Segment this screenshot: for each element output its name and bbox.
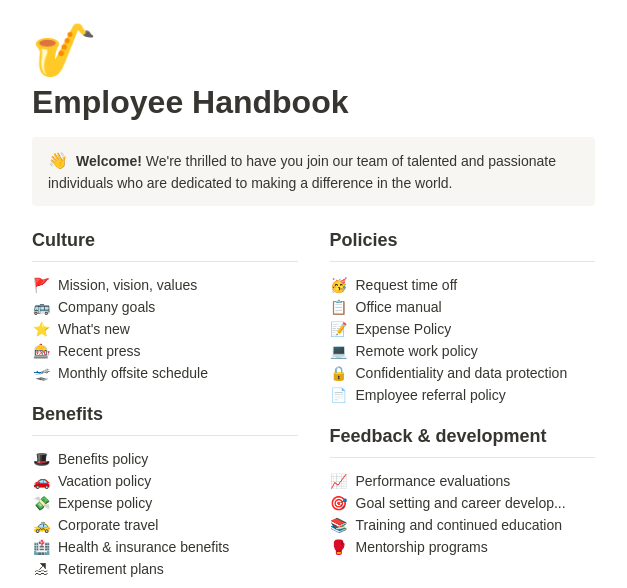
item-label: Mission, vision, values [58,277,197,293]
item-label: Remote work policy [356,343,478,359]
item-emoji: ⭐ [32,321,50,337]
item-emoji: 🥳 [330,277,348,293]
list-item[interactable]: 🏥Health & insurance benefits [32,536,298,558]
welcome-bold: Welcome! [76,153,142,169]
list-item[interactable]: 💻Remote work policy [330,340,596,362]
left-column: Culture🚩Mission, vision, values🚌Company … [32,230,322,588]
item-emoji: 🥊 [330,539,348,555]
list-item[interactable]: ⭐What's new [32,318,298,340]
item-emoji: 💻 [330,343,348,359]
item-label: Employee referral policy [356,387,506,403]
list-item[interactable]: 🚩Mission, vision, values [32,274,298,296]
item-emoji: 🔒 [330,365,348,381]
list-item[interactable]: 🎰Recent press [32,340,298,362]
item-label: Vacation policy [58,473,151,489]
item-emoji: 📋 [330,299,348,315]
welcome-banner: 👋Welcome! We're thrilled to have you joi… [32,137,595,206]
section-title-benefits: Benefits [32,404,298,425]
item-label: Training and continued education [356,517,563,533]
list-item[interactable]: 🥊Mentorship programs [330,536,596,558]
item-label: Request time off [356,277,458,293]
main-content: Culture🚩Mission, vision, values🚌Company … [32,230,595,588]
item-emoji: 📚 [330,517,348,533]
section-policies: Policies🥳Request time off📋Office manual📝… [330,230,596,406]
item-label: Mentorship programs [356,539,488,555]
item-label: Office manual [356,299,442,315]
item-label: Benefits policy [58,451,148,467]
item-emoji: 🏥 [32,539,50,555]
list-item[interactable]: 📚Training and continued education [330,514,596,536]
list-item[interactable]: 🥳Request time off [330,274,596,296]
item-emoji: 🎯 [330,495,348,511]
item-emoji: 🏖 [32,561,50,577]
section-title-feedback: Feedback & development [330,426,596,447]
item-label: Corporate travel [58,517,158,533]
list-item[interactable]: 🏖Retirement plans [32,558,298,580]
section-divider-feedback [330,457,596,458]
item-emoji: 🎩 [32,451,50,467]
item-label: Company goals [58,299,155,315]
list-item[interactable]: 📝Expense Policy [330,318,596,340]
list-item[interactable]: 🎯Goal setting and career develop... [330,492,596,514]
list-item[interactable]: 🛫Monthly offsite schedule [32,362,298,384]
wave-emoji: 👋 [48,152,68,169]
list-item[interactable]: 📈Performance evaluations [330,470,596,492]
item-emoji: 📄 [330,387,348,403]
page-title: Employee Handbook [32,84,595,121]
item-label: Performance evaluations [356,473,511,489]
item-emoji: 🛫 [32,365,50,381]
item-label: Monthly offsite schedule [58,365,208,381]
item-emoji: 🚕 [32,517,50,533]
section-culture: Culture🚩Mission, vision, values🚌Company … [32,230,298,384]
right-column: Policies🥳Request time off📋Office manual📝… [322,230,596,588]
section-benefits: Benefits🎩Benefits policy🚗Vacation policy… [32,404,298,580]
list-item[interactable]: 🚗Vacation policy [32,470,298,492]
item-label: Goal setting and career develop... [356,495,566,511]
list-item[interactable]: 💸Expense policy [32,492,298,514]
section-title-culture: Culture [32,230,298,251]
item-label: Recent press [58,343,140,359]
list-item[interactable]: 🔒Confidentiality and data protection [330,362,596,384]
section-feedback: Feedback & development📈Performance evalu… [330,426,596,558]
item-emoji: 📈 [330,473,348,489]
section-divider-policies [330,261,596,262]
item-label: Expense Policy [356,321,452,337]
item-emoji: 🚗 [32,473,50,489]
item-label: Expense policy [58,495,152,511]
list-item[interactable]: 📋Office manual [330,296,596,318]
list-item[interactable]: 📄Employee referral policy [330,384,596,406]
list-item[interactable]: 🚕Corporate travel [32,514,298,536]
item-emoji: 🚌 [32,299,50,315]
section-title-policies: Policies [330,230,596,251]
item-emoji: 💸 [32,495,50,511]
item-label: Health & insurance benefits [58,539,229,555]
list-item[interactable]: 🎩Benefits policy [32,448,298,470]
section-divider-culture [32,261,298,262]
item-label: Retirement plans [58,561,164,577]
item-emoji: 📝 [330,321,348,337]
logo-emoji: 🎷 [32,24,595,76]
item-label: What's new [58,321,130,337]
item-label: Confidentiality and data protection [356,365,568,381]
item-emoji: 🚩 [32,277,50,293]
section-divider-benefits [32,435,298,436]
item-emoji: 🎰 [32,343,50,359]
list-item[interactable]: 🚌Company goals [32,296,298,318]
